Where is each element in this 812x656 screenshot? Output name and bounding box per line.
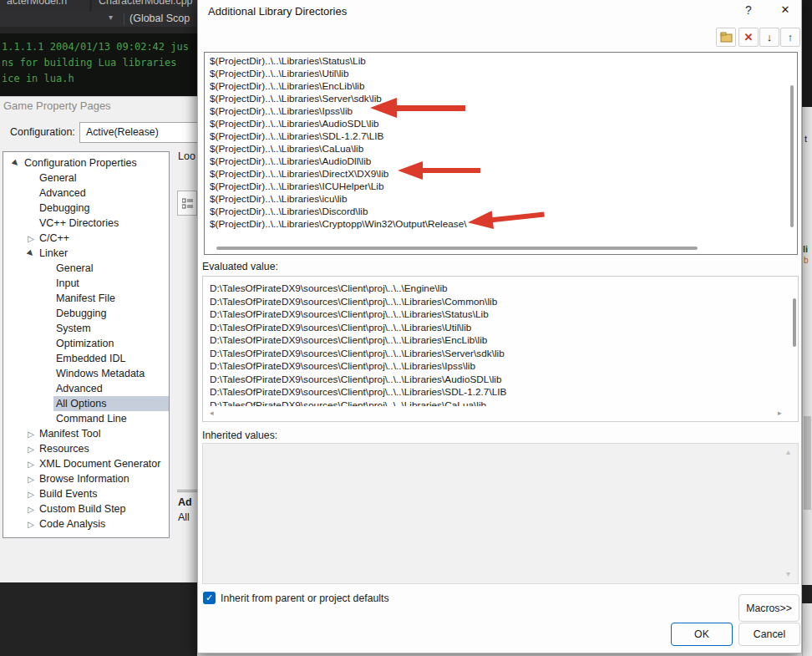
arrow-down-icon: ↓ [767, 31, 773, 43]
evaluated-vertical-scrollbar[interactable] [793, 298, 796, 347]
tree-item-c-c-[interactable]: ▷C/C++ [3, 231, 169, 246]
scope-dropdown[interactable]: (Global Scop [129, 13, 190, 24]
additional-library-directories-dialog: Additional Library Directories ? ✕ ✳ ✕ ↓… [197, 0, 802, 653]
move-down-button[interactable]: ↓ [759, 28, 779, 47]
tree-item-build-events[interactable]: ▷Build Events [3, 486, 169, 501]
library-path-item[interactable]: $(ProjectDir)..\..\Libraries\Util\lib [210, 68, 797, 80]
ok-button[interactable]: OK [671, 623, 733, 646]
tree-expanded-icon[interactable]: ▶ [24, 247, 38, 261]
macros-button[interactable]: Macros>> [738, 594, 799, 622]
library-path-item[interactable]: $(ProjectDir)..\..\Libraries\Server\sdk\… [210, 93, 797, 105]
new-folder-icon: ✳ [719, 32, 733, 43]
tree-collapsed-icon[interactable]: ▷ [25, 460, 37, 469]
tree-item-vc-directories[interactable]: VC++ Directories [3, 216, 169, 231]
edge-text-fragment: t [804, 134, 807, 144]
red-arrow-annotation [368, 97, 467, 122]
tree-item-input[interactable]: Input [3, 276, 169, 291]
move-up-button[interactable]: ↑ [780, 28, 800, 47]
tree-item-linker[interactable]: ▶Linker [3, 246, 169, 261]
cancel-button[interactable]: Cancel [738, 623, 800, 646]
list-horizontal-scrollbar[interactable] [216, 247, 698, 250]
tree-item-label: VC++ Directories [37, 216, 121, 231]
inherit-checkbox[interactable]: ✓ [203, 592, 216, 604]
tree-item-label: Advanced [53, 381, 105, 396]
tree-item-windows-metadata[interactable]: Windows Metadata [3, 366, 169, 381]
tree-item-label: Code Analysis [37, 516, 108, 531]
tree-item-debugging[interactable]: Debugging [3, 306, 169, 321]
tree-collapsed-icon[interactable]: ▷ [25, 505, 37, 514]
delete-button[interactable]: ✕ [738, 28, 759, 47]
tree-item-browse-information[interactable]: ▷Browse Information [3, 471, 169, 486]
editor-tab-charactermodel-cpp[interactable]: CharacterModel.cpp [92, 0, 197, 12]
property-list-view-button[interactable] [177, 191, 197, 216]
help-button[interactable]: ? [739, 3, 758, 20]
library-path-item[interactable]: $(ProjectDir)..\..\Libraries\CaLua\lib [210, 143, 797, 155]
library-path-item[interactable]: $(ProjectDir)..\..\Libraries\icu\lib [210, 193, 797, 206]
arrow-up-icon: ↑ [788, 31, 794, 43]
tree-item-debugging[interactable]: Debugging [3, 201, 169, 216]
tree-collapsed-icon[interactable]: ▷ [25, 445, 37, 454]
evaluated-path-item: D:\TalesOfPirateDX9\sources\Client\proj\… [210, 308, 786, 322]
close-icon[interactable]: ✕ [774, 3, 796, 20]
list-vertical-scrollbar[interactable] [790, 85, 794, 227]
scroll-down-icon[interactable]: ▾ [786, 569, 790, 578]
library-path-item[interactable]: $(ProjectDir)..\..\Libraries\Status\Lib [210, 55, 797, 68]
scroll-up-icon[interactable]: ▴ [786, 447, 790, 456]
editor-tab-charactermodel-h[interactable]: acterModel.h [0, 0, 89, 12]
tree-item-general[interactable]: General [3, 261, 169, 276]
tree-item-custom-build-step[interactable]: ▷Custom Build Step [3, 501, 169, 516]
tree-item-general[interactable]: General [3, 170, 169, 186]
dialog-title: Additional Library Directories [208, 5, 347, 18]
configuration-combobox[interactable]: Active(Release) [79, 122, 205, 143]
tree-item-label: Linker [37, 246, 70, 261]
code-editor[interactable]: 1.1.1.1 2004/01/13 09:02:42 jusns for bu… [0, 33, 197, 96]
code-line: 1.1.1.1 2004/01/13 09:02:42 jus [2, 39, 197, 55]
evaluated-value-label: Evaluated value: [202, 261, 278, 272]
inherited-values-label: Inherited values: [202, 430, 277, 441]
library-path-item[interactable]: $(ProjectDir)..\..\Libraries\ICUHelper\L… [210, 181, 797, 193]
tree-expanded-icon[interactable]: ▶ [9, 156, 23, 170]
library-path-item[interactable]: $(ProjectDir)..\..\Libraries\AudioSDL\li… [210, 118, 797, 130]
tree-item-optimization[interactable]: Optimization [3, 336, 169, 351]
evaluated-value-box[interactable]: D:\TalesOfPirateDX9\sources\Client\proj\… [202, 276, 799, 422]
background-scrollbar-thumb[interactable] [804, 416, 811, 510]
property-pages-window-title: Game Property Pages [0, 96, 197, 114]
tree-collapsed-icon[interactable]: ▷ [25, 475, 37, 484]
tree-item-code-analysis[interactable]: ▷Code Analysis [3, 516, 169, 531]
scroll-right-icon[interactable]: ▸ [778, 409, 782, 417]
edge-text-fragment: b [804, 256, 809, 265]
tree-item-xml-document-generator[interactable]: ▷XML Document Generator [3, 456, 169, 471]
tree-item-label: All Options [53, 396, 169, 411]
scroll-left-icon[interactable]: ◂ [210, 409, 214, 417]
chevron-down-icon[interactable]: ▾ [109, 13, 113, 22]
tree-collapsed-icon[interactable]: ▷ [25, 234, 37, 243]
tree-item-system[interactable]: System [3, 321, 169, 336]
tree-item-manifest-file[interactable]: Manifest File [3, 291, 169, 306]
evaluated-path-item: D:\TalesOfPirateDX9\sources\Client\proj\… [210, 399, 786, 407]
evaluated-path-item: D:\TalesOfPirateDX9\sources\Client\proj\… [210, 386, 786, 399]
library-path-item[interactable]: $(ProjectDir)..\..\Libraries\DirectX\DX9… [210, 168, 797, 181]
tree-item-advanced[interactable]: Advanced [3, 381, 169, 396]
tree-item-manifest-tool[interactable]: ▷Manifest Tool [3, 426, 169, 441]
editor-edge-strip [802, 0, 812, 107]
library-path-item[interactable]: $(ProjectDir)..\..\Libraries\Ipss\lib [210, 105, 797, 118]
inherited-values-box[interactable]: ▴ ▾ [202, 443, 799, 584]
evaluated-path-item: D:\TalesOfPirateDX9\sources\Client\proj\… [210, 334, 786, 348]
tree-item-label: Windows Metadata [53, 366, 147, 381]
tree-item-advanced[interactable]: Advanced [3, 186, 169, 201]
new-line-button[interactable]: ✳ [716, 28, 736, 47]
tree-collapsed-icon[interactable]: ▷ [25, 490, 37, 499]
library-path-item[interactable]: $(ProjectDir)..\..\Libraries\EncLib\lib [210, 80, 797, 93]
tree-item-embedded-idl[interactable]: Embedded IDL [3, 351, 169, 366]
svg-text:✳: ✳ [719, 32, 725, 39]
tree-item-configuration-properties[interactable]: ▶Configuration Properties [3, 155, 169, 170]
editor-gap [0, 27, 197, 33]
tree-collapsed-icon[interactable]: ▷ [25, 430, 37, 439]
tree-collapsed-icon[interactable]: ▷ [25, 520, 37, 529]
library-path-item[interactable]: $(ProjectDir)..\..\Libraries\SDL-1.2.7\L… [210, 130, 797, 143]
tree-item-resources[interactable]: ▷Resources [3, 441, 169, 456]
evaluated-path-item: D:\TalesOfPirateDX9\sources\Client\proj\… [210, 322, 786, 335]
library-path-item[interactable]: $(ProjectDir)..\..\Libraries\AudioDll\li… [210, 155, 797, 168]
tree-item-command-line[interactable]: Command Line [3, 411, 169, 426]
tree-item-all-options[interactable]: All Options [3, 396, 169, 411]
